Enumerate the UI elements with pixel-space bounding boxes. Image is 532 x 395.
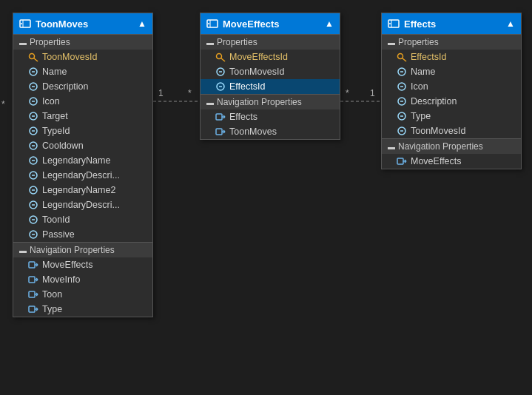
nav-icon [28, 289, 38, 300]
entity-header-toonmoves[interactable]: ToonMoves ▲ [13, 13, 152, 34]
svg-rect-88 [397, 158, 403, 164]
svg-text:*: * [188, 88, 192, 98]
nav-moveeffects-tm[interactable]: MoveEffects [13, 257, 152, 272]
prop-label-name-tm: Name [42, 67, 67, 77]
prop-icon [215, 67, 226, 77]
nav-icon [28, 260, 38, 270]
prop-label-toonmovesid: ToonMovesId [42, 52, 97, 62]
prop-legendarydescri1-tm[interactable]: LegendaryDescri... [13, 168, 152, 183]
svg-point-59 [217, 54, 222, 59]
prop-toonmovesid[interactable]: ToonMovesId [13, 50, 152, 64]
prop-toonmovesid-me[interactable]: ToonMovesId [201, 64, 340, 79]
svg-rect-48 [29, 291, 35, 297]
prop-description-eff[interactable]: Description [382, 94, 521, 109]
entity-icon-moveeffects [206, 18, 218, 30]
nav-section-toonmoves: ▬ Navigation Properties [13, 242, 152, 257]
properties-section-toonmoves: ▬ Properties [13, 34, 152, 50]
prop-name-tm[interactable]: Name [13, 64, 152, 79]
entity-icon-effects [388, 18, 400, 30]
key-icon [397, 52, 407, 62]
prop-cooldown-tm[interactable]: Cooldown [13, 138, 152, 153]
svg-text:1: 1 [158, 88, 164, 98]
entity-title-toonmoves: ToonMoves [36, 18, 88, 30]
svg-rect-69 [216, 129, 222, 135]
svg-point-75 [389, 23, 391, 24]
prop-description-tm[interactable]: Description [13, 79, 152, 94]
svg-text:1: 1 [370, 88, 375, 98]
nav-icon [397, 156, 407, 166]
prop-toonid-tm[interactable]: ToonId [13, 212, 152, 227]
svg-rect-44 [29, 277, 35, 283]
prop-icon [215, 81, 226, 92]
prop-icon [28, 200, 38, 210]
svg-line-77 [403, 58, 407, 62]
nav-moveeffects-eff[interactable]: MoveEffects [382, 154, 521, 169]
prop-icon [397, 67, 407, 77]
prop-icon [397, 111, 407, 121]
svg-line-60 [221, 58, 226, 62]
entity-icon-toonmoves [19, 18, 31, 30]
prop-moveeffectsid[interactable]: MoveEffectsId [201, 50, 340, 64]
nav-toon-tm[interactable]: Toon [13, 287, 152, 302]
svg-line-15 [34, 58, 38, 62]
properties-section-moveeffects: ▬ Properties [201, 34, 340, 50]
nav-type-tm[interactable]: Type [13, 302, 152, 317]
prop-icon [28, 67, 38, 77]
prop-icon [28, 185, 38, 195]
entity-header-effects[interactable]: Effects ▲ [382, 13, 521, 34]
prop-name-eff[interactable]: Name [382, 64, 521, 79]
prop-icon [28, 126, 38, 136]
entity-title-effects: Effects [404, 18, 436, 30]
svg-text:*: * [1, 99, 5, 109]
nav-section-effects: ▬ Navigation Properties [382, 138, 521, 154]
prop-typeid-tm[interactable]: TypeId [13, 124, 152, 138]
prop-icon [28, 111, 38, 121]
key-icon [215, 52, 226, 62]
prop-icon [28, 81, 38, 92]
key-icon [28, 52, 38, 62]
entity-card-effects[interactable]: Effects ▲ ▬ Properties EffectsId Name Ic… [381, 13, 522, 169]
nav-section-moveeffects: ▬ Navigation Properties [201, 94, 340, 109]
svg-point-76 [398, 54, 403, 59]
prop-passive-tm[interactable]: Passive [13, 227, 152, 242]
svg-point-14 [30, 54, 35, 59]
nav-moveinfo-tm[interactable]: MoveInfo [13, 272, 152, 287]
prop-icon-tm[interactable]: Icon [13, 94, 152, 109]
prop-icon [28, 170, 38, 180]
prop-effectsid-eff[interactable]: EffectsId [382, 50, 521, 64]
nav-icon [215, 112, 226, 122]
prop-type-eff[interactable]: Type [382, 109, 521, 124]
nav-icon [28, 274, 38, 285]
nav-icon [28, 304, 38, 314]
prop-icon [28, 96, 38, 107]
prop-icon-eff[interactable]: Icon [382, 79, 521, 94]
nav-icon [215, 126, 226, 137]
svg-text:*: * [346, 88, 349, 98]
chevron-up-icon-effects[interactable]: ▲ [506, 18, 515, 29]
prop-icon [28, 215, 38, 225]
svg-rect-40 [29, 262, 35, 268]
svg-point-58 [208, 23, 209, 24]
properties-section-effects: ▬ Properties [382, 34, 521, 50]
prop-legendarydescri2-tm[interactable]: LegendaryDescri... [13, 198, 152, 212]
prop-target-tm[interactable]: Target [13, 109, 152, 124]
entity-card-moveeffects[interactable]: MoveEffects ▲ ▬ Properties MoveEffectsId… [200, 13, 340, 140]
prop-toonmovesid-eff[interactable]: ToonMovesId [382, 124, 521, 138]
entity-title-moveeffects: MoveEffects [223, 18, 280, 30]
chevron-up-icon-toonmoves[interactable]: ▲ [138, 18, 147, 29]
svg-point-13 [21, 23, 22, 24]
svg-rect-52 [29, 306, 35, 312]
prop-icon [397, 81, 407, 92]
prop-icon [28, 155, 38, 166]
nav-toonmoves-me[interactable]: ToonMoves [201, 124, 340, 139]
prop-icon [397, 96, 407, 107]
entity-header-moveeffects[interactable]: MoveEffects ▲ [201, 13, 340, 34]
chevron-up-icon-moveeffects[interactable]: ▲ [325, 18, 334, 29]
nav-effects-me[interactable]: Effects [201, 109, 340, 124]
prop-legendaryname-tm[interactable]: LegendaryName [13, 153, 152, 168]
prop-effectsid-me[interactable]: EffectsId [201, 79, 340, 94]
prop-legendaryname2-tm[interactable]: LegendaryName2 [13, 183, 152, 198]
prop-icon [28, 141, 38, 151]
diagram-canvas: 1 * * 1 * ToonMoves ▲ ▬ Properties [0, 0, 532, 395]
entity-card-toonmoves[interactable]: ToonMoves ▲ ▬ Properties ToonMovesId Nam… [13, 13, 153, 317]
